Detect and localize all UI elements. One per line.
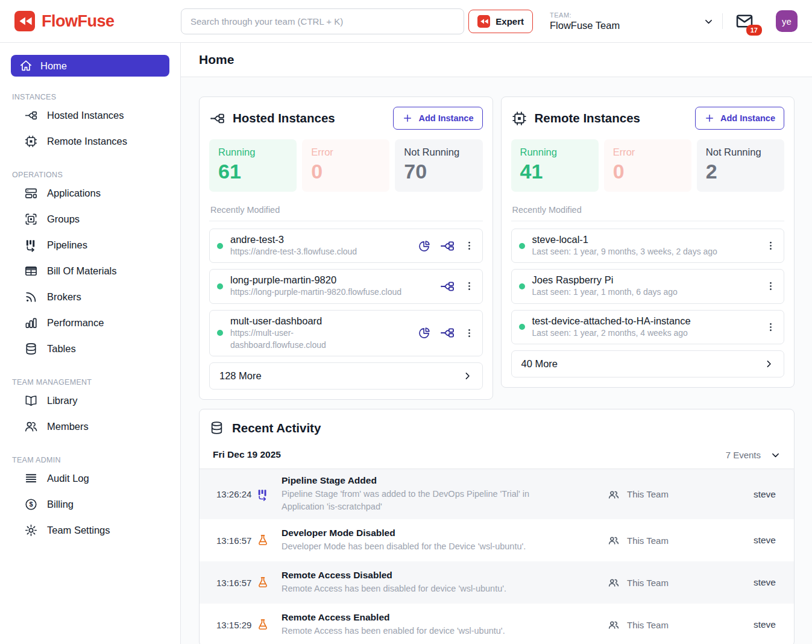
- remote-instance-row[interactable]: steve-local-1 Last seen: 1 year, 9 month…: [511, 229, 785, 263]
- event-scope-label: This Team: [627, 489, 669, 499]
- activity-row[interactable]: 13:15:29 Remote Access Enabled Remote Ac…: [200, 604, 794, 644]
- kebab-menu-icon[interactable]: [765, 240, 776, 251]
- add-hosted-instance-button[interactable]: Add Instance: [393, 107, 482, 130]
- sidebar-item-label: Performance: [47, 317, 104, 329]
- device-name: steve-local-1: [532, 234, 758, 245]
- bill-of-materials-icon: [24, 264, 38, 278]
- database-icon: [24, 342, 38, 356]
- activity-row[interactable]: 13:16:57 Developer Mode Disabled Develop…: [200, 519, 794, 561]
- dashboard-pie-chart-icon[interactable]: [418, 326, 431, 339]
- avatar[interactable]: ye: [776, 10, 798, 32]
- card-title: Remote Instances: [535, 111, 695, 125]
- chevron-down-icon: [703, 16, 714, 27]
- stat-value: 70: [404, 160, 473, 183]
- hosted-instance-row[interactable]: andre-test-3 https://andre-test-3.flowfu…: [209, 229, 483, 263]
- sidebar-item-library[interactable]: Library: [11, 388, 169, 414]
- users-icon: [24, 420, 38, 434]
- database-icon: [209, 420, 224, 435]
- team-selector[interactable]: TEAM: FlowFuse Team: [550, 11, 714, 31]
- device-last-seen: Last seen: 1 year, 2 months, 4 weeks ago: [532, 327, 758, 339]
- status-dot: [519, 283, 525, 289]
- event-description: Pipeline Stage 'from' was added to the D…: [282, 488, 565, 513]
- remote-instance-row[interactable]: test-device-attached-to-HA-instance Last…: [511, 310, 785, 344]
- sidebar-item-members[interactable]: Members: [11, 414, 169, 440]
- activity-title: Recent Activity: [232, 421, 321, 435]
- events-toggle[interactable]: 7 Events: [726, 450, 781, 460]
- stat-label: Running: [520, 147, 590, 158]
- event-scope-label: This Team: [627, 620, 669, 630]
- topbar-divider: [722, 13, 723, 29]
- flowfuse-logo[interactable]: FlowFuse: [14, 11, 181, 31]
- billing-icon: $: [24, 497, 38, 511]
- hosted-instance-row[interactable]: mult-user-dashboard https://mult-user-da…: [209, 310, 483, 357]
- sidebar-item-label: Bill Of Materials: [47, 265, 117, 277]
- dashboard-pie-chart-icon[interactable]: [418, 239, 431, 253]
- sidebar-section-team-admin: TEAM ADMIN: [12, 456, 169, 464]
- event-scope-label: This Team: [627, 578, 669, 588]
- open-editor-icon[interactable]: [439, 279, 455, 294]
- device-last-seen: Last seen: 1 year, 1 month, 6 days ago: [532, 286, 758, 298]
- sidebar-item-audit-log[interactable]: Audit Log: [11, 466, 169, 491]
- sidebar-item-brokers[interactable]: Brokers: [11, 284, 169, 310]
- sidebar-item-label: Hosted Instances: [47, 110, 124, 121]
- kebab-menu-icon[interactable]: [765, 321, 776, 333]
- chevron-right-icon: [764, 359, 774, 369]
- event-time: 13:16:57: [216, 535, 256, 546]
- expert-logo-icon: [477, 15, 490, 28]
- sidebar-item-label: Groups: [47, 213, 80, 225]
- topbar-right: Expert TEAM: FlowFuse Team 17 ye: [468, 10, 798, 33]
- sidebar-section-instances: INSTANCES: [12, 93, 169, 101]
- sidebar-item-team-settings[interactable]: Team Settings: [11, 517, 169, 543]
- flask-icon: [256, 576, 282, 589]
- search-input[interactable]: [181, 8, 464, 34]
- sidebar-item-applications[interactable]: Applications: [11, 180, 169, 206]
- activity-row[interactable]: 13:16:57 Remote Access Disabled Remote A…: [200, 561, 794, 604]
- event-title: Remote Access Disabled: [282, 570, 595, 581]
- kebab-menu-icon[interactable]: [464, 280, 475, 292]
- status-dot: [519, 324, 525, 330]
- notifications-button[interactable]: 17: [735, 11, 754, 31]
- stat-value: 2: [706, 160, 775, 183]
- sidebar-item-label: Home: [40, 60, 67, 72]
- instance-name: mult-user-dashboard: [230, 315, 411, 327]
- add-remote-instance-button[interactable]: Add Instance: [695, 107, 784, 130]
- sidebar-section-team-management: TEAM MANAGEMENT: [12, 378, 169, 387]
- hosted-more-link[interactable]: 128 More: [209, 362, 483, 390]
- sidebar-item-home[interactable]: Home: [11, 55, 169, 77]
- sidebar-item-pipelines[interactable]: Pipelines: [11, 232, 169, 258]
- pipeline-icon: [256, 488, 282, 501]
- instance-url: https://long-purple-martin-9820.flowfuse…: [230, 286, 432, 298]
- event-user: steve: [722, 489, 776, 500]
- groups-icon: [24, 212, 38, 226]
- kebab-menu-icon[interactable]: [464, 240, 475, 251]
- event-title: Pipeline Stage Added: [282, 475, 595, 486]
- sidebar-item-label: Team Settings: [47, 525, 110, 536]
- recently-modified-label: Recently Modified: [209, 203, 483, 221]
- flask-icon: [256, 618, 282, 631]
- remote-instance-row[interactable]: Joes Raspberry Pi Last seen: 1 year, 1 m…: [511, 269, 785, 303]
- expert-button[interactable]: Expert: [468, 10, 533, 33]
- hosted-instance-row[interactable]: long-purple-martin-9820 https://long-pur…: [209, 269, 483, 303]
- event-title: Remote Access Enabled: [282, 612, 595, 623]
- sidebar-item-groups[interactable]: Groups: [11, 206, 169, 232]
- team-people-icon: [607, 618, 620, 631]
- remote-more-link[interactable]: 40 More: [511, 350, 785, 377]
- sidebar-item-performance[interactable]: Performance: [11, 310, 169, 336]
- activity-row[interactable]: 13:26:24 Pipeline Stage Added Pipeline S…: [200, 469, 794, 519]
- sidebar-item-bill-of-materials[interactable]: Bill Of Materials: [11, 258, 169, 284]
- kebab-menu-icon[interactable]: [464, 327, 475, 339]
- performance-icon: [24, 316, 38, 330]
- cpu-chip-icon: [511, 110, 527, 127]
- sidebar-item-hosted-instances[interactable]: Hosted Instances: [11, 103, 169, 128]
- stat-value: 41: [520, 160, 590, 183]
- recently-modified-label: Recently Modified: [511, 203, 785, 221]
- sidebar-item-remote-instances[interactable]: Remote Instances: [11, 128, 169, 154]
- event-scope: This Team: [607, 576, 722, 589]
- open-editor-icon[interactable]: [439, 238, 455, 254]
- kebab-menu-icon[interactable]: [765, 280, 776, 292]
- open-editor-icon[interactable]: [439, 325, 455, 341]
- sidebar-item-tables[interactable]: Tables: [11, 336, 169, 362]
- expert-label: Expert: [496, 16, 524, 27]
- sidebar-item-billing[interactable]: $ Billing: [11, 491, 169, 517]
- sidebar-item-label: Brokers: [47, 291, 81, 303]
